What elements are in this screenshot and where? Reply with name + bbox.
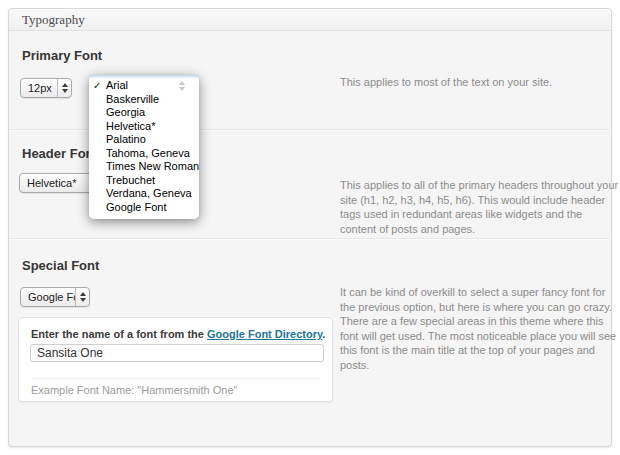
dropdown-item-helvetica[interactable]: Helvetica* xyxy=(89,120,199,134)
google-font-name-input[interactable] xyxy=(30,344,324,362)
panel-title: Typography xyxy=(9,9,611,31)
section-heading-primary-font: Primary Font xyxy=(22,48,102,63)
checkmark-icon: ✓ xyxy=(93,79,101,93)
primary-font-dropdown-menu: ✓Arial Baskerville Georgia Helvetica* Pa… xyxy=(89,75,199,219)
google-font-label: Enter the name of a font from the Google… xyxy=(31,328,325,340)
box-divider xyxy=(31,378,320,379)
dropdown-item-palatino[interactable]: Palatino xyxy=(89,133,199,147)
section-heading-header-font: Header Font xyxy=(22,146,98,161)
special-font-select[interactable]: Google Font xyxy=(20,287,90,307)
dropdown-item-trebuchet[interactable]: Trebuchet xyxy=(89,174,199,188)
google-font-label-prefix: Enter the name of a font from the xyxy=(31,328,207,340)
section-heading-special-font: Special Font xyxy=(22,258,99,273)
stepper-icon xyxy=(76,292,89,302)
google-font-box: Enter the name of a font from the Google… xyxy=(18,317,333,402)
dropdown-item-georgia[interactable]: Georgia xyxy=(89,106,199,120)
primary-font-description: This applies to most of the text on your… xyxy=(340,75,620,90)
dropdown-item-baskerville[interactable]: Baskerville xyxy=(89,93,199,107)
dropdown-item-times-new-roman[interactable]: Times New Roman xyxy=(89,160,199,174)
dropdown-item-verdana[interactable]: Verdana, Geneva xyxy=(89,187,199,201)
section-divider xyxy=(10,238,610,239)
dropdown-item-google-font[interactable]: Google Font xyxy=(89,201,199,215)
dropdown-item-arial[interactable]: ✓Arial xyxy=(89,79,199,93)
primary-font-size-select[interactable]: 12px xyxy=(20,78,72,98)
special-font-value: Google Font xyxy=(21,291,75,303)
stepper-icon xyxy=(58,83,71,93)
google-font-label-suffix: . xyxy=(322,328,325,340)
primary-font-size-value: 12px xyxy=(21,82,57,94)
google-font-directory-link[interactable]: Google Font Directory xyxy=(207,328,322,340)
dropdown-item-tahoma[interactable]: Tahoma, Geneva xyxy=(89,147,199,161)
example-font-name-text: Example Font Name: "Hammersmith One" xyxy=(31,384,237,396)
typography-panel: Typography Primary Font 12px This applie… xyxy=(8,8,612,447)
special-font-description: It can be kind of overkill to select a s… xyxy=(340,285,620,372)
header-font-description: This applies to all of the primary heade… xyxy=(340,178,620,236)
